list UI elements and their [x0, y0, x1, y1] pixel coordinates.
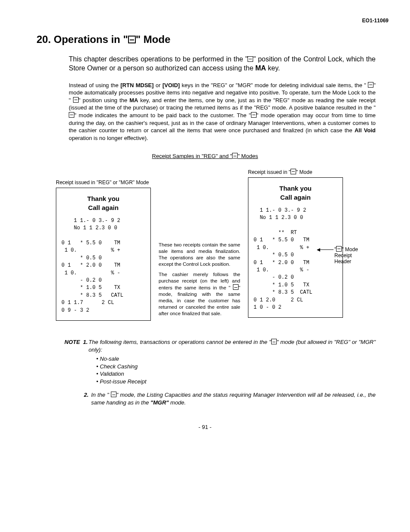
annot-l2: " Mode: [342, 246, 358, 252]
intro-ma: MA: [255, 64, 266, 72]
note2-num: 2.: [84, 392, 89, 398]
samples-title-b: " Modes: [238, 153, 258, 159]
receipt-line: * 1.0 5 TX: [254, 282, 337, 289]
body-c: or: [154, 82, 162, 88]
note-head: NOTE: [64, 339, 80, 345]
body-e: keys in the "REG" or "MGR" mode for dele…: [180, 82, 368, 88]
note-bullets: No-saleCheck CashingValidationPost-issue…: [96, 355, 376, 385]
bullet-item: No-sale: [96, 355, 376, 363]
receipt-line: [254, 222, 337, 229]
body-a: Instead of using the: [69, 82, 120, 88]
mid-p2a: The cashier merely follows the purchase …: [159, 272, 240, 290]
receipt-line: * 1.0 5 TX: [61, 284, 145, 292]
receipt-line: 1 1.- 0 3.- 9 2: [61, 217, 145, 225]
note2-mgr: "MGR": [150, 399, 169, 406]
body-ma: MA: [129, 97, 138, 103]
minus-mode-icon: [248, 56, 253, 62]
note-2: 2. In the " " mode, the Listing Capaciti…: [64, 391, 376, 406]
right-thanks1: Thank you: [279, 185, 312, 192]
intro-paragraph: This chapter describes operations to be …: [69, 55, 376, 73]
mode-header-annotation: "" Mode Receipt Header: [334, 246, 367, 265]
body-g: " position using the: [79, 97, 130, 103]
section-title: 20. Operations in "" Mode: [37, 33, 380, 46]
receipt-line: 0 1 2.0 2 CL: [254, 297, 337, 304]
left-receipt: Thank you Call again 1 1.- 0 3.- 9 2 No …: [56, 188, 151, 321]
left-thanks: Thank you Call again: [61, 194, 145, 212]
intro-t4: key.: [266, 64, 280, 72]
left-receipt-lines: 1 1.- 0 3.- 9 2 No 1 1 2.3 0 0 0 1 * 5.5…: [61, 217, 145, 314]
bullet-item: Post-issue Receipt: [96, 378, 376, 386]
minus-mode-icon: [128, 36, 136, 43]
receipt-line: * 0.5 0: [254, 252, 337, 259]
minus-mode-icon: [232, 153, 238, 158]
receipt-line: 0 1 1.7 2 CL: [61, 299, 145, 307]
receipt-line: No 1 1 2.3 0 0: [61, 225, 145, 232]
body-paragraph: Instead of using the [RTN MDSE] or [VOID…: [69, 82, 376, 142]
body-rtnmdse: [RTN MDSE]: [120, 82, 153, 88]
right-thanks: Thank you Call again: [254, 184, 337, 202]
minus-mode-icon: [251, 112, 257, 118]
intro-t1: This chapter describes operations to be …: [69, 55, 248, 63]
body-j: " mode indicates the amount to be paid b…: [74, 112, 251, 119]
minus-mode-icon: [69, 112, 74, 118]
minus-mode-icon: [291, 169, 296, 174]
receipt-line: - 0.2 0: [61, 277, 145, 284]
right-label-a: Receipt issued in ": [248, 169, 291, 175]
right-thanks2: Call again: [280, 194, 311, 201]
receipt-line: * 0.5 0: [61, 255, 145, 262]
minus-mode-icon: [233, 284, 239, 290]
receipt-line: * 8.3 5 CATL: [61, 292, 145, 299]
receipt-line: 1 1.- 0 3.- 9 2: [254, 207, 337, 214]
receipt-line: 1 0 - 0 2: [254, 304, 337, 311]
receipt-line: 0 1 * 5.5 0 TM: [61, 240, 145, 247]
note2-b: " mode, the Listing Capacities and the s…: [91, 392, 376, 406]
note2-a: In the ": [91, 392, 111, 398]
page-number: - 91 -: [30, 423, 380, 431]
minus-mode-icon: [111, 392, 116, 397]
note2-d: mode.: [169, 399, 186, 406]
receipt-line: 1 0. % -: [254, 267, 337, 274]
receipt-line: 0 1 * 2.0 0 TM: [61, 262, 145, 269]
note1-num: 1.: [83, 339, 88, 345]
mid-p1: These two receipts contain the same sale…: [159, 242, 240, 268]
receipt-line: [61, 232, 145, 240]
left-receipt-wrap: Receipt issued in "REG" or "MGR" Mode Th…: [56, 169, 151, 321]
minus-mode-icon: [271, 339, 277, 344]
receipt-line: No 1 1 2.3 0 0: [254, 214, 337, 222]
body-void: [VOID]: [162, 82, 180, 88]
mid-p2: The cashier merely follows the purchase …: [159, 271, 240, 317]
bullet-item: Check Cashing: [96, 363, 376, 371]
middle-explanation: These two receipts contain the same sale…: [159, 169, 240, 321]
annot-l4: Header: [334, 258, 351, 264]
note1-a: The following items, transactions or ope…: [89, 339, 271, 345]
annot-l3: Receipt: [334, 252, 352, 258]
receipt-line: - 0.2 0: [254, 274, 337, 281]
receipt-line: * 8.3 5 CATL: [254, 289, 337, 296]
samples-title-a: Receipt Samples in "REG" and ": [152, 153, 233, 159]
bullet-item: Validation: [96, 370, 376, 378]
right-receipt: Thank you Call again 1 1.- 0 3.- 9 2 No …: [248, 177, 343, 318]
right-receipt-lines: 1 1.- 0 3.- 9 2 No 1 1 2.3 0 0 ** RT0 1 …: [254, 207, 337, 311]
left-thanks2: Call again: [88, 204, 119, 211]
minus-mode-icon: [368, 82, 373, 88]
samples-title: Receipt Samples in "REG" and "" Modes: [30, 152, 380, 160]
title-suffix: " Mode: [136, 33, 171, 45]
body-allvoid: All Void: [355, 127, 376, 134]
receipt-line: 0 1 * 2.0 0 TM: [254, 259, 337, 267]
minus-mode-icon: [73, 97, 79, 103]
right-receipt-label: Receipt issued in "" Mode: [248, 169, 343, 176]
note-1: NOTE 1. The following items, transaction…: [64, 338, 376, 385]
title-prefix: 20. Operations in ": [37, 33, 128, 45]
minus-mode-icon: [336, 246, 342, 252]
page-id: EO1-11069: [30, 17, 389, 24]
right-receipt-wrap: Receipt issued in "" Mode Thank you Call…: [248, 169, 343, 318]
left-receipt-label: Receipt issued in "REG" or "MGR" Mode: [56, 179, 151, 186]
receipt-line: 0 9 - 3 2: [61, 307, 145, 314]
body-m: operation is no longer effective).: [69, 135, 148, 141]
receipt-line: ** RT: [254, 229, 337, 237]
arrow-icon: [317, 249, 334, 250]
receipt-line: 1 0. % -: [61, 270, 145, 277]
notes-block: NOTE 1. The following items, transaction…: [64, 338, 376, 406]
left-thanks1: Thank you: [87, 195, 119, 202]
receipt-columns: Receipt issued in "REG" or "MGR" Mode Th…: [56, 169, 378, 321]
